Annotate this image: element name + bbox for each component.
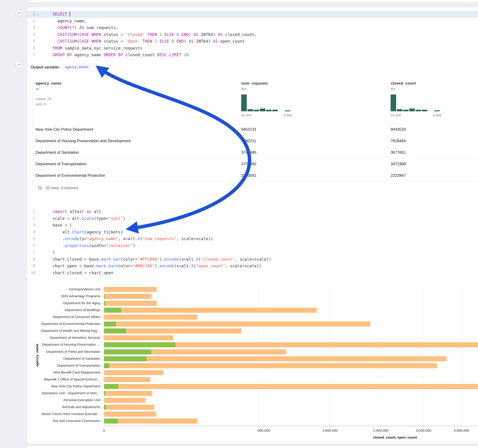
column-histogram (391, 94, 441, 111)
code-token: ( (67, 39, 70, 44)
code-token: 0 (171, 39, 174, 44)
code-token: ). (160, 257, 164, 261)
code-token: AS (79, 25, 84, 30)
bar-closed[interactable] (104, 294, 151, 299)
table-row[interactable]: Department of Transportation377489234719… (33, 158, 478, 170)
line-number: 3 (27, 25, 35, 31)
fold-chevron-icon[interactable]: ⌄ (35, 222, 41, 229)
table-row[interactable]: Department of Housing Preservation and D… (33, 135, 478, 147)
y-axis-label: HRA Benefit Card Replacement (27, 371, 100, 374)
code-line[interactable]: 2scale = alt.Scale(type="sqrt") (27, 215, 478, 222)
code-line[interactable]: 4 alt.Chart(agency_tickets) (27, 229, 478, 236)
code-token (162, 32, 164, 37)
bar-open[interactable] (104, 391, 105, 396)
fold-spacer (35, 38, 41, 45)
bar-closed[interactable] (104, 412, 156, 417)
bar-closed[interactable] (104, 356, 447, 361)
x-axis-tick (424, 426, 424, 428)
bar-closed[interactable] (104, 287, 157, 292)
bar-closed[interactable] (104, 370, 163, 375)
code-line[interactable]: 4 CAST(SUM(CASE WHEN status = 'Closed' T… (27, 31, 478, 38)
y-axis-tick (102, 359, 104, 359)
histogram-max-label: 9.5e6 (284, 113, 292, 117)
bar-closed[interactable] (104, 391, 152, 396)
code-token: X (191, 264, 194, 268)
code-line[interactable]: 6FROM sample_data.nyc.service_requests (27, 45, 478, 52)
code-line[interactable]: 10chart_closed + chart_open (27, 270, 478, 277)
bar-closed[interactable] (104, 335, 173, 340)
bar-open[interactable] (104, 342, 176, 347)
bar-closed[interactable] (104, 418, 197, 423)
bar-closed[interactable] (104, 398, 145, 403)
code-token: = (130, 264, 133, 268)
code-token: = (121, 32, 123, 37)
python-code-editor[interactable]: 1import altair as alt2scale = alt.Scale(… (27, 208, 478, 276)
bar-open[interactable] (104, 356, 147, 361)
add-cell-button-top[interactable]: + (15, 10, 22, 16)
code-token: X (138, 236, 140, 241)
line-number: 7 (27, 249, 35, 256)
code-line[interactable]: 1⌄SELECT (27, 11, 478, 18)
y-axis-label: New York City Police Department (27, 384, 100, 388)
bar-closed[interactable] (104, 384, 478, 389)
bar-closed[interactable] (104, 377, 150, 382)
table-row[interactable]: Department of Sanitation37494853677651 (33, 147, 478, 158)
y-axis-label: Department of Health and Mental Hyg… (27, 329, 100, 333)
bar-closed[interactable] (104, 405, 154, 410)
code-line[interactable]: 6 .properties(width="container") (27, 243, 478, 249)
code-line[interactable]: 5 CAST(SUM(CASE WHEN status = 'Open' THE… (27, 38, 478, 45)
code-line[interactable]: 8chart_closed = base.mark_bar(color="#FF… (27, 256, 478, 263)
code-text: chart_closed = base.mark_bar(color="#FFC… (41, 256, 271, 263)
table-row[interactable]: Department of Environmental Protection22… (33, 170, 478, 181)
bar-closed[interactable] (104, 322, 370, 327)
line-number: 9 (27, 263, 35, 270)
fold-chevron-icon[interactable]: ⌄ (35, 11, 41, 18)
bar-open[interactable] (104, 418, 118, 423)
code-token: AS (218, 32, 223, 37)
bar-open[interactable] (104, 328, 126, 333)
code-line[interactable]: 9chart_open = base.mark_bar(color="#8BC3… (27, 263, 478, 270)
table-row[interactable]: New York City Police Department945313194… (33, 124, 478, 135)
line-number: 4 (27, 31, 35, 38)
sql-code-editor[interactable]: 1⌄SELECT 2 agency_name,3 COUNT(*) AS num… (27, 11, 478, 59)
line-number: 5 (27, 38, 35, 45)
bar-closed[interactable] (104, 308, 317, 313)
bar-open[interactable] (104, 322, 116, 327)
code-token (140, 39, 143, 44)
bar-closed[interactable] (104, 301, 157, 306)
code-line[interactable]: 1import altair as alt (27, 208, 478, 215)
code-line[interactable]: 7) (27, 249, 478, 256)
code-token: AS (194, 32, 198, 37)
code-line[interactable]: 3 COUNT(*) AS num_requests, (27, 25, 478, 31)
add-cell-button-middle[interactable]: + (15, 62, 22, 68)
line-number: 2 (27, 18, 35, 25)
bar-open[interactable] (104, 294, 105, 299)
code-line[interactable]: 5 .encode(y="agency_name", x=alt.X("num_… (27, 236, 478, 243)
search-icon[interactable] (38, 186, 42, 190)
bar-open[interactable] (104, 308, 121, 313)
bar-open[interactable] (104, 384, 118, 389)
histogram-bar (260, 109, 265, 111)
x-axis-title: closed_count, open_count (349, 435, 441, 439)
bar-closed[interactable] (104, 363, 437, 368)
output-variable-pill[interactable]: agency_tickets (63, 64, 91, 70)
code-token: "container" (106, 243, 133, 248)
code-token: ( (67, 32, 70, 37)
column-type: str (36, 87, 61, 91)
bar-open[interactable] (104, 301, 105, 306)
column-header[interactable]: num_requestsi6453,3049.5e6 (241, 81, 292, 117)
bar-open[interactable] (104, 349, 151, 355)
code-line[interactable]: 2 agency_name, (27, 18, 478, 25)
bar-open[interactable] (104, 405, 106, 410)
code-token (123, 32, 126, 37)
code-token: LIMIT (169, 53, 182, 57)
code-line[interactable]: 3⌄base = ( (27, 222, 478, 229)
code-text: chart_closed + chart_open (41, 270, 113, 277)
column-header[interactable]: agency_namestrunique: 20nulls: 0 (36, 81, 61, 107)
column-header[interactable]: closed_counti6453,3049.4e6 (391, 81, 441, 117)
code-token (53, 32, 57, 37)
code-token: , scale (225, 264, 242, 268)
bar-open[interactable] (104, 363, 109, 368)
bar-closed[interactable] (104, 315, 197, 320)
code-line[interactable]: 7GROUP BY agency_name ORDER BY closed_co… (27, 52, 478, 59)
